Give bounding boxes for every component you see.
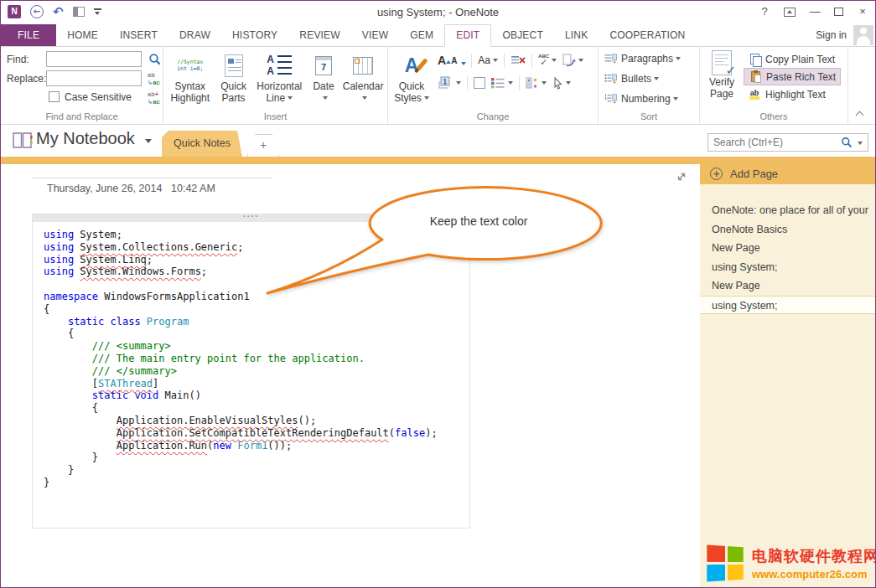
copy-plain-text-icon xyxy=(748,54,761,64)
code-line: } xyxy=(44,464,469,477)
ribbon-tab-edit[interactable]: EDIT xyxy=(444,24,491,47)
close-button[interactable]: × xyxy=(857,4,868,19)
ribbon-group-change: A Quick Styles A A Aa ABC✓ xyxy=(388,47,599,124)
code-line: /// The main entry point for the applica… xyxy=(44,353,469,365)
date-button[interactable]: 7 Date xyxy=(307,49,340,104)
grow-font-button[interactable]: A xyxy=(435,54,448,67)
replace-all-icon[interactable]: ab+ ↳ac xyxy=(148,90,164,106)
collapse-ribbon-button[interactable] xyxy=(856,110,863,117)
window-controls: ? — × xyxy=(759,4,868,19)
ribbon-tab-draw[interactable]: DRAW xyxy=(168,24,221,46)
page-list-item[interactable]: New Page xyxy=(700,276,876,296)
select-frame-button[interactable] xyxy=(471,77,488,89)
page-list-item[interactable]: OneNote Basics xyxy=(700,220,876,240)
syntax-highlight-button[interactable]: //Syntaxint i=0; Syntax Highlight xyxy=(167,49,214,104)
search-input[interactable] xyxy=(713,135,835,150)
replace-input[interactable] xyxy=(46,70,142,86)
ribbon-group-find-replace: Find: Replace: ab ↳ac Case Sensitive ab+… xyxy=(1,47,163,124)
find-label: Find: xyxy=(7,54,29,65)
group-title-find-replace: Find and Replace xyxy=(1,111,163,121)
syntax-highlight-icon: //Syntaxint i=0; xyxy=(167,51,214,80)
sort-paragraphs-button[interactable]: Paragraphs xyxy=(604,49,699,67)
delete-empty-lines-button[interactable] xyxy=(508,54,528,66)
page-sidebar: + Add Page OneNote: one place for all of… xyxy=(700,164,876,588)
case-sensitive-label: Case Sensitive xyxy=(65,91,132,103)
sort-numbering-button[interactable]: Numbering xyxy=(604,90,699,107)
group-title-insert: Insert xyxy=(163,111,387,121)
ribbon-group-sort: Paragraphs Bullets Numbering Sort xyxy=(599,47,700,124)
ribbon-tab-file[interactable]: FILE xyxy=(1,24,56,46)
spell-check-button[interactable]: ABC✓ xyxy=(536,54,559,67)
window-title: using System; - OneNote xyxy=(1,6,875,18)
section-tab-quick-notes[interactable]: Quick Notes xyxy=(162,131,242,157)
horizontal-line-button[interactable]: A A Horizontal Line xyxy=(254,49,305,104)
sort-bullets-icon xyxy=(604,74,617,84)
code-line: /// </summary> xyxy=(44,365,469,378)
page-date: Thursday, June 26, 2014 xyxy=(47,183,162,194)
ribbon-tab-object[interactable]: OBJECT xyxy=(491,24,554,46)
calendar-icon xyxy=(342,51,384,80)
ribbon-tab-row: FILEHOMEINSERTDRAWHISTORYREVIEWVIEWGEMED… xyxy=(1,24,875,47)
search-icon[interactable] xyxy=(841,137,853,148)
notebook-icon xyxy=(11,132,34,149)
shrink-font-button[interactable]: A xyxy=(448,56,468,65)
ribbon-tab-insert[interactable]: INSERT xyxy=(109,24,168,46)
horizontal-line-icon: A A xyxy=(254,51,305,80)
quick-styles-button[interactable]: A Quick Styles xyxy=(391,49,432,104)
highlight-text-button[interactable]: ab Highlight Text xyxy=(744,85,841,103)
search-box xyxy=(708,133,868,152)
code-line: Application.SetCompatibleTextRenderingDe… xyxy=(44,427,469,440)
ribbon-tab-view[interactable]: VIEW xyxy=(351,24,399,46)
ribbon-tab-link[interactable]: LINK xyxy=(554,24,599,46)
sort-bullets-button[interactable]: Bullets xyxy=(604,70,699,87)
page-list-item[interactable]: OneNote: one place for all of your xyxy=(700,201,876,220)
calendar-button[interactable]: Calendar xyxy=(342,49,384,104)
search-scope-dropdown[interactable] xyxy=(858,142,863,145)
ribbon-tab-home[interactable]: HOME xyxy=(56,24,109,46)
find-search-icon[interactable] xyxy=(148,53,162,66)
ribbon-tab-gem[interactable]: GEM xyxy=(399,24,444,46)
title-bar: N ← ↶ using System; - OneNote ? — × xyxy=(1,1,875,24)
code-line: { xyxy=(44,402,469,415)
tag-button[interactable] xyxy=(523,77,549,89)
add-page-button[interactable]: + Add Page xyxy=(700,164,876,184)
case-sensitive-checkbox[interactable] xyxy=(49,91,60,102)
convert-page-button[interactable] xyxy=(559,54,586,67)
change-case-button[interactable]: Aa xyxy=(475,54,500,66)
replace-icon[interactable]: ab ↳ac xyxy=(148,71,164,86)
watermark: 电脑软硬件教程网 www.computer26.com xyxy=(708,546,876,580)
quick-parts-button[interactable]: Quick Parts xyxy=(215,49,252,104)
callout-bubble[interactable]: Keep the text color xyxy=(244,181,609,315)
select-cursor-button[interactable] xyxy=(549,77,573,90)
maximize-button[interactable] xyxy=(834,8,843,16)
number-frame-button[interactable] xyxy=(435,76,464,90)
sign-in[interactable]: Sign in xyxy=(816,24,873,46)
ribbon-display-options-button[interactable] xyxy=(784,8,796,17)
copy-plain-text-button[interactable]: Copy Plain Text xyxy=(744,50,841,68)
replace-label: Replace: xyxy=(7,73,46,85)
plus-icon: + xyxy=(710,168,723,180)
resize-handle[interactable] xyxy=(676,171,687,183)
paste-rich-text-button[interactable]: Paste Rich Text xyxy=(744,68,841,85)
help-button[interactable]: ? xyxy=(759,4,770,19)
notebook-dropdown-arrow[interactable] xyxy=(145,139,152,143)
find-input[interactable] xyxy=(46,51,142,67)
code-line: } xyxy=(44,451,469,464)
ribbon-tab-review[interactable]: REVIEW xyxy=(288,24,351,46)
user-avatar-icon[interactable] xyxy=(853,25,873,45)
spell-check-icon: ABC✓ xyxy=(538,54,549,67)
code-line: static class Program xyxy=(44,316,469,328)
verify-page-icon: ✓ xyxy=(712,50,732,75)
minimize-button[interactable]: — xyxy=(809,4,821,19)
verify-page-button[interactable]: ✓ Verify Page xyxy=(702,47,742,100)
page-canvas[interactable]: Thursday, June 26, 2014 10:42 AM ···· us… xyxy=(1,164,700,588)
checklist-button[interactable] xyxy=(488,77,516,89)
page-list-item[interactable]: using System; xyxy=(700,258,876,277)
page-list-item[interactable]: using System; xyxy=(700,296,876,315)
new-section-tab[interactable]: + xyxy=(247,134,279,157)
page-list-item[interactable]: New Page xyxy=(700,239,876,258)
ribbon-tab-history[interactable]: HISTORY xyxy=(221,24,288,46)
ribbon-tab-cooperation[interactable]: COOPERATION xyxy=(599,24,696,46)
watermark-site-name: 电脑软硬件教程网 xyxy=(752,546,876,566)
notebook-name[interactable]: My Notebook xyxy=(36,129,135,148)
